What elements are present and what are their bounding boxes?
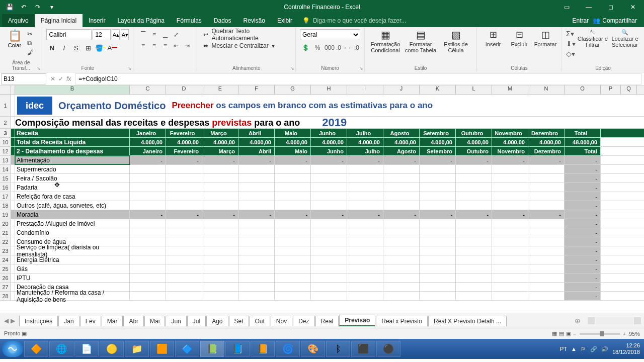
align-left-icon[interactable]: ≡ — [137, 40, 148, 51]
cell[interactable] — [275, 255, 311, 264]
cell[interactable]: - — [420, 156, 456, 164]
cell[interactable] — [311, 183, 347, 192]
cell[interactable] — [492, 264, 528, 273]
zoom-level[interactable]: 95% — [629, 331, 640, 337]
col-header[interactable]: H — [311, 85, 347, 94]
taskbar-paint-icon[interactable]: 🎨 — [301, 341, 325, 357]
cell[interactable] — [383, 255, 420, 264]
cell[interactable]: 4.000,00 — [166, 138, 202, 146]
cell[interactable] — [420, 274, 456, 282]
cell[interactable]: Março — [202, 147, 238, 155]
sheet-tab[interactable]: Real X Previsto Detalh ... — [428, 316, 507, 326]
tray-volume-icon[interactable]: 🔊 — [601, 346, 608, 352]
taskbar-bluetooth-icon[interactable]: ᛒ — [326, 341, 350, 357]
cell[interactable] — [130, 246, 166, 255]
cell[interactable] — [202, 292, 238, 300]
cell[interactable]: - — [383, 156, 420, 164]
cell[interactable]: Agosto — [383, 147, 420, 155]
cell[interactable] — [456, 246, 492, 255]
row-header[interactable]: 22 — [0, 237, 11, 246]
cell[interactable] — [130, 201, 166, 210]
cell[interactable] — [275, 201, 311, 210]
cell[interactable]: - — [565, 283, 601, 291]
cell[interactable]: 2 - Detalhamento de despesas — [15, 147, 130, 155]
cell[interactable]: IPTU — [15, 274, 130, 282]
cell[interactable] — [238, 192, 275, 201]
cell[interactable]: - — [565, 183, 601, 192]
cell[interactable]: Total — [565, 129, 601, 137]
cell[interactable]: - — [130, 210, 166, 219]
cell[interactable] — [202, 183, 238, 192]
cell[interactable] — [528, 174, 565, 183]
cell[interactable]: - — [565, 174, 601, 183]
sheet-tab[interactable]: Mai — [144, 316, 165, 326]
cell[interactable] — [492, 237, 528, 246]
cell[interactable] — [311, 237, 347, 246]
share-button[interactable]: 👥 Compartilhar — [593, 17, 637, 24]
cell[interactable] — [347, 183, 383, 192]
col-header[interactable]: C — [130, 85, 166, 94]
cell[interactable] — [166, 283, 202, 291]
font-name-input[interactable] — [46, 29, 92, 40]
cell[interactable] — [166, 255, 202, 264]
underline-button[interactable]: S — [70, 42, 82, 53]
cell[interactable] — [238, 165, 275, 173]
cut-icon[interactable]: ✂ — [27, 30, 34, 38]
cell[interactable] — [311, 174, 347, 183]
row-header[interactable]: 19 — [0, 210, 11, 219]
taskbar-ie-icon[interactable]: 🌐 — [49, 341, 73, 357]
cell[interactable]: - — [130, 156, 166, 164]
font-color-button[interactable]: A — [107, 42, 118, 53]
cell[interactable]: Março — [202, 129, 238, 137]
cell[interactable] — [420, 201, 456, 210]
cell[interactable] — [420, 255, 456, 264]
select-all-button[interactable] — [0, 85, 11, 94]
col-header[interactable]: G — [275, 85, 311, 94]
cell[interactable]: - — [565, 192, 601, 201]
wrap-text-button[interactable]: ↩ Quebrar Texto Automaticamente — [201, 29, 291, 40]
zoom-out-icon[interactable]: − — [573, 331, 576, 337]
cell[interactable] — [492, 292, 528, 300]
cell[interactable] — [238, 183, 275, 192]
cell[interactable] — [528, 283, 565, 291]
dialog-launcher-icon[interactable]: ↘ — [290, 66, 294, 71]
cell[interactable] — [492, 283, 528, 291]
col-header[interactable]: O — [565, 85, 601, 94]
cell[interactable] — [166, 274, 202, 282]
cell[interactable]: Novembro — [492, 147, 528, 155]
percent-icon[interactable]: % — [312, 42, 323, 53]
cell[interactable] — [275, 165, 311, 173]
decrease-indent-icon[interactable]: ⇤ — [171, 40, 182, 51]
cell[interactable] — [166, 165, 202, 173]
cell[interactable] — [528, 192, 565, 201]
cell[interactable] — [456, 274, 492, 282]
cell[interactable]: 4.000,00 — [456, 138, 492, 146]
formula-input[interactable]: =+Codigo!C10 — [75, 73, 642, 84]
cell[interactable]: - — [565, 156, 601, 164]
cell[interactable]: - — [565, 292, 601, 300]
col-header[interactable]: F — [238, 85, 275, 94]
cell[interactable]: Julho — [347, 129, 383, 137]
cell[interactable] — [275, 174, 311, 183]
dialog-launcher-icon[interactable]: ↘ — [359, 66, 363, 71]
cell[interactable] — [166, 292, 202, 300]
cell[interactable]: 4.000,00 — [528, 138, 565, 146]
row-header[interactable]: 2 — [0, 117, 11, 128]
cell[interactable] — [275, 264, 311, 273]
cell[interactable]: Gás — [15, 264, 130, 273]
cell[interactable] — [166, 192, 202, 201]
cell[interactable] — [456, 192, 492, 201]
cell[interactable] — [456, 264, 492, 273]
row-header[interactable]: 13 — [0, 156, 11, 164]
col-header[interactable]: K — [420, 85, 456, 94]
cell[interactable] — [492, 255, 528, 264]
sheet-tab[interactable]: Mar — [102, 316, 123, 326]
row-header[interactable]: 26 — [0, 274, 11, 282]
fill-button[interactable]: ⬇▾ — [566, 39, 576, 48]
cell[interactable] — [311, 165, 347, 173]
cell[interactable] — [383, 283, 420, 291]
cell[interactable]: Supermercado — [15, 165, 130, 173]
cell[interactable]: Dezembro — [528, 129, 565, 137]
cell[interactable] — [420, 165, 456, 173]
cell[interactable] — [238, 174, 275, 183]
